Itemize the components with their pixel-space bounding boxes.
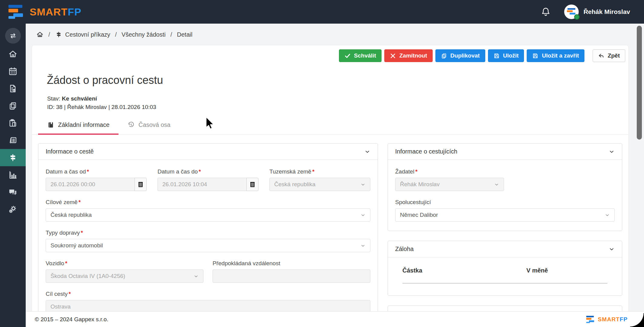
chevron-down-icon: [360, 182, 366, 187]
page-scrollbar-thumb[interactable]: [637, 26, 642, 140]
book-icon: [47, 121, 54, 128]
notifications-bell-icon[interactable]: [541, 7, 551, 17]
sidebar-item-documents[interactable]: [0, 132, 26, 149]
sidebar-item-messages[interactable]: [0, 183, 26, 201]
date-to-label: Datum a čas do*: [158, 168, 259, 175]
calendar-icon: [137, 181, 144, 188]
chat-icon: [8, 187, 18, 197]
gears-icon: [8, 205, 18, 214]
date-from-label: Datum a čas od*: [46, 168, 147, 175]
date-to-calendar-button[interactable]: [246, 178, 259, 191]
vehicle-label: Vozidlo*: [46, 260, 203, 267]
applicant-select[interactable]: Řehák Miroslav: [395, 178, 504, 191]
sidebar-item-settings[interactable]: [0, 201, 26, 218]
panel-title: Informace o cestě: [46, 148, 94, 155]
signpost-icon: [8, 153, 18, 162]
user-name[interactable]: Řehák Miroslav: [584, 8, 630, 15]
user-avatar[interactable]: [564, 5, 579, 19]
signpost-icon: [55, 31, 62, 38]
back-button[interactable]: Zpět: [593, 49, 625, 62]
tab-basic-info[interactable]: Základní informace: [38, 117, 119, 135]
copy-pages-icon: [8, 101, 18, 111]
sidebar-item-travel-orders[interactable]: [0, 149, 26, 166]
sidebar-item-home[interactable]: [0, 45, 26, 63]
breadcrumb-detail: Detail: [177, 31, 192, 38]
sidebar-item-copies[interactable]: [0, 97, 26, 114]
destination-countries-label: Cílové země*: [46, 199, 370, 206]
breadcrumb-separator: /: [115, 31, 117, 38]
breadcrumb-label: Detail: [177, 31, 192, 38]
save-button[interactable]: Uložit: [488, 49, 524, 62]
breadcrumb-separator: /: [171, 31, 172, 38]
panel-title: Informace o cestujících: [395, 148, 457, 155]
chevron-down-icon: [609, 149, 615, 155]
vehicle-select[interactable]: Škoda Octavia IV (1A0-4256): [46, 269, 203, 283]
top-header: SMARTFP Řehák Miroslav: [0, 0, 644, 24]
app-logo[interactable]: SMARTFP: [8, 4, 81, 20]
estimated-distance-label: Předpokládaná vzdálenost: [213, 260, 370, 267]
report-document-icon: [8, 84, 18, 93]
status-block: Stav: Ke schválení ID: 38 | Řehák Mirosl…: [47, 94, 628, 111]
save-floppy-icon: [532, 53, 538, 59]
date-to-input[interactable]: 26.01.2026 10:04: [158, 178, 246, 191]
avatar-logo-icon: [567, 8, 576, 15]
home-icon: [36, 31, 44, 38]
chevron-down-icon: [605, 213, 610, 218]
bar-chart-icon: [8, 170, 18, 180]
duplicate-button[interactable]: Duplikovat: [435, 49, 485, 62]
advance-amount-column-header: Částka: [402, 267, 526, 274]
panel-trip-info-header[interactable]: Informace o cestě: [38, 144, 378, 160]
history-clock-icon: [128, 121, 135, 128]
panel-trip-info: Informace o cestě Datum a čas od* 26.01.…: [38, 143, 378, 327]
breadcrumb-all-requests[interactable]: Všechny žádosti: [122, 31, 166, 38]
reject-button[interactable]: Zamítnout: [384, 49, 433, 62]
sidebar-toggle-button[interactable]: [5, 28, 21, 44]
chevron-down-icon: [360, 213, 366, 218]
copyright-text: © 2015 – 2024 Gappex s.r.o.: [35, 316, 108, 323]
chevron-down-icon: [360, 243, 366, 248]
chevron-down-icon: [194, 274, 199, 279]
brand-text: SMARTFP: [30, 6, 81, 18]
trip-destination-label: Cíl cesty*: [46, 291, 370, 297]
date-from-input[interactable]: 26.01.2026 00:00: [46, 178, 135, 191]
panel-advance: Záloha Částka V měně: [388, 241, 622, 296]
breadcrumb-home[interactable]: [36, 31, 44, 38]
tab-timeline[interactable]: Časová osa: [119, 117, 180, 135]
sidebar-item-calendar[interactable]: [0, 63, 26, 80]
approve-button[interactable]: Schválit: [339, 49, 382, 62]
panel-travelers: Informace o cestujících Žadatel* Řehák M…: [388, 143, 622, 231]
online-status-dot: [574, 14, 580, 20]
chevron-down-icon: [609, 246, 615, 252]
domestic-country-label: Tuzemská země*: [269, 168, 370, 175]
breadcrumb-travel-orders[interactable]: Cestovní příkazy: [55, 31, 110, 38]
breadcrumb: / Cestovní příkazy / Všechny žádosti / D…: [26, 24, 644, 45]
companion-label: Spolucestující: [395, 199, 615, 206]
advance-table-divider: [402, 283, 607, 283]
page-title: Žádost o pracovní cestu: [47, 74, 628, 87]
calendar-icon: [249, 181, 256, 188]
save-floppy-icon: [493, 53, 500, 59]
advance-currency-column-header: V měně: [526, 267, 548, 274]
sidebar-item-statistics[interactable]: [0, 166, 26, 183]
applicant-label: Žadatel*: [395, 168, 615, 175]
action-toolbar: Schválit Zamítnout Duplikovat Uložit Ulo…: [339, 49, 625, 62]
sidebar-item-reports[interactable]: [0, 80, 26, 97]
panel-advance-header[interactable]: Záloha: [388, 241, 622, 257]
companion-select[interactable]: Němec Dalibor: [395, 208, 615, 222]
brand-mark-icon: [8, 4, 24, 20]
sidebar-item-clipboard[interactable]: [0, 114, 26, 132]
transport-types-select[interactable]: Soukromý automobil: [46, 239, 370, 252]
panel-travelers-header[interactable]: Informace o cestujících: [388, 144, 622, 160]
chevron-down-icon: [494, 182, 499, 187]
x-icon: [390, 53, 396, 59]
transport-types-label: Typy dopravy*: [46, 230, 370, 236]
clipboard-icon: [8, 118, 18, 128]
domestic-country-select[interactable]: Česká republika: [269, 178, 370, 191]
status-badge: Ke schválení: [62, 95, 97, 102]
panel-title: Záloha: [395, 246, 414, 253]
save-and-close-button[interactable]: Uložit a zavřít: [527, 49, 584, 62]
date-from-calendar-button[interactable]: [135, 178, 147, 191]
estimated-distance-input[interactable]: [213, 269, 370, 283]
brand-mark-icon: [586, 315, 595, 324]
destination-countries-select[interactable]: Česká republika: [46, 208, 370, 222]
